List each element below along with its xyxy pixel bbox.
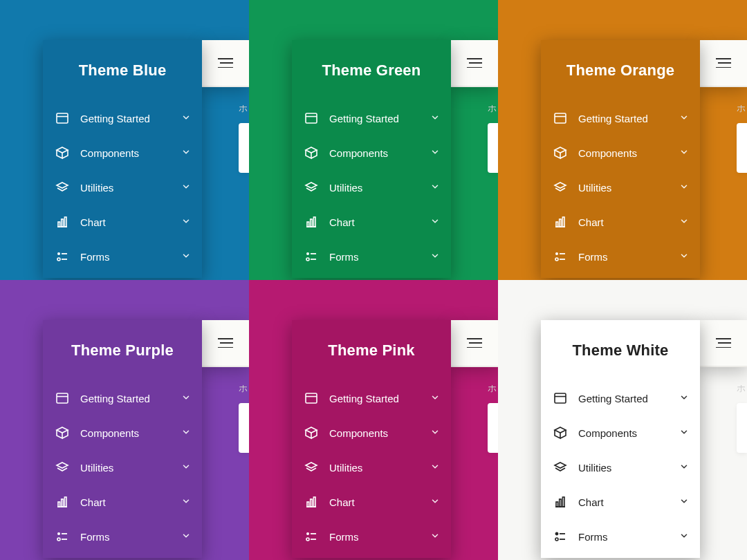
theme-title: Theme Pink [328, 342, 414, 360]
sidebar-item-label: Components [80, 427, 170, 439]
chevron-down-icon [181, 216, 191, 228]
sidebar-item-label: Components [578, 427, 668, 439]
sidebar: Theme Orange Getting Started Components … [541, 40, 700, 278]
sidebar-item-chart[interactable]: Chart [541, 205, 700, 239]
layers-icon [55, 460, 69, 474]
sidebar-item-utilities[interactable]: Utilities [43, 170, 202, 205]
chevron-down-icon [679, 531, 689, 543]
topbar-toggle[interactable] [451, 320, 498, 367]
sidebar-item-label: Utilities [578, 462, 668, 474]
chevron-down-icon [181, 531, 191, 543]
sidebar-item-forms[interactable]: Forms [292, 519, 451, 554]
chevron-down-icon [679, 393, 689, 404]
window-icon [553, 391, 567, 405]
sidebar-item-label: Forms [578, 531, 668, 543]
sliders-icon [55, 250, 69, 263]
sidebar-item-label: Utilities [80, 462, 170, 474]
layers-icon [553, 180, 567, 194]
sidebar-nav: Getting Started Components Utilities Cha… [43, 101, 202, 278]
sliders-icon [553, 250, 567, 263]
sidebar-nav: Getting Started Components Utilities Cha… [43, 381, 202, 558]
sidebar-item-chart[interactable]: Chart [292, 205, 451, 239]
sidebar-item-forms[interactable]: Forms [292, 239, 451, 274]
sidebar-item-label: Getting Started [329, 113, 419, 124]
sliders-icon [304, 250, 318, 263]
layers-icon [304, 180, 318, 194]
sidebar-nav: Getting Started Components Utilities Cha… [541, 101, 700, 278]
barchart-icon [304, 495, 318, 509]
sidebar-item-forms[interactable]: Forms [43, 519, 202, 554]
window-icon [304, 391, 318, 405]
sidebar-item-getting started[interactable]: Getting Started [43, 381, 202, 416]
chevron-down-icon [181, 427, 191, 439]
chevron-down-icon [679, 113, 689, 124]
sidebar-item-label: Components [329, 147, 419, 159]
sidebar-item-label: Chart [578, 216, 668, 228]
sidebar-nav: Getting Started Components Utilities Cha… [541, 381, 700, 558]
sidebar-item-label: Getting Started [578, 393, 668, 404]
topbar-toggle[interactable] [700, 40, 747, 87]
sidebar-item-components[interactable]: Components [292, 136, 451, 170]
sidebar-item-utilities[interactable]: Utilities [541, 170, 700, 205]
sidebar-item-forms[interactable]: Forms [541, 519, 700, 554]
theme-title: Theme Orange [566, 62, 674, 80]
chevron-down-icon [430, 182, 440, 194]
sidebar-item-components[interactable]: Components [43, 136, 202, 170]
chevron-down-icon [181, 147, 191, 159]
sidebar-item-utilities[interactable]: Utilities [43, 450, 202, 485]
sidebar-item-getting started[interactable]: Getting Started [292, 381, 451, 416]
sidebar-item-components[interactable]: Components [292, 416, 451, 450]
sidebar-item-label: Chart [578, 496, 668, 508]
sidebar-item-chart[interactable]: Chart [292, 485, 451, 519]
cube-icon [304, 426, 318, 440]
topbar-toggle[interactable] [700, 320, 747, 367]
chevron-down-icon [430, 113, 440, 124]
sidebar-item-forms[interactable]: Forms [43, 239, 202, 274]
sidebar-header: Theme Orange [541, 40, 700, 101]
sidebar-item-getting started[interactable]: Getting Started [541, 381, 700, 416]
sidebar-item-utilities[interactable]: Utilities [292, 450, 451, 485]
menu-icon [716, 58, 731, 68]
topbar-toggle[interactable] [202, 320, 249, 367]
sidebar-item-label: Components [80, 147, 170, 159]
sidebar-item-chart[interactable]: Chart [541, 485, 700, 519]
theme-title: Theme Green [322, 62, 421, 80]
sidebar: Theme Pink Getting Started Components Ut… [292, 320, 451, 558]
sidebar-item-chart[interactable]: Chart [43, 485, 202, 519]
sidebar: Theme Purple Getting Started Components … [43, 320, 202, 558]
sidebar-item-label: Forms [80, 531, 170, 543]
topbar-toggle[interactable] [202, 40, 249, 87]
sidebar-item-label: Chart [80, 496, 170, 508]
sliders-icon [55, 530, 69, 543]
chevron-down-icon [181, 462, 191, 474]
chevron-down-icon [430, 427, 440, 439]
sidebar-item-label: Components [578, 147, 668, 159]
cube-icon [55, 146, 69, 160]
sidebar: Theme White Getting Started Components U… [541, 320, 700, 558]
chevron-down-icon [679, 251, 689, 263]
barchart-icon [553, 215, 567, 229]
sidebar-item-label: Getting Started [80, 393, 170, 404]
sidebar-item-label: Utilities [80, 182, 170, 194]
sidebar-item-utilities[interactable]: Utilities [292, 170, 451, 205]
sidebar-item-label: Utilities [329, 462, 419, 474]
cube-icon [304, 146, 318, 160]
sidebar-item-chart[interactable]: Chart [43, 205, 202, 239]
sidebar-item-getting started[interactable]: Getting Started [292, 101, 451, 136]
sidebar-item-forms[interactable]: Forms [541, 239, 700, 274]
sidebar-item-label: Forms [329, 251, 419, 263]
sidebar-header: Theme Green [292, 40, 451, 101]
sidebar-item-components[interactable]: Components [541, 416, 700, 450]
chevron-down-icon [679, 496, 689, 508]
sidebar-item-components[interactable]: Components [541, 136, 700, 170]
menu-icon [716, 338, 731, 348]
sidebar-item-components[interactable]: Components [43, 416, 202, 450]
sidebar-item-label: Forms [80, 251, 170, 263]
sidebar-item-getting started[interactable]: Getting Started [43, 101, 202, 136]
topbar-toggle[interactable] [451, 40, 498, 87]
sidebar-item-getting started[interactable]: Getting Started [541, 101, 700, 136]
sidebar-item-label: Getting Started [80, 113, 170, 124]
chevron-down-icon [430, 393, 440, 404]
sidebar-item-utilities[interactable]: Utilities [541, 450, 700, 485]
sidebar-item-label: Chart [329, 496, 419, 508]
